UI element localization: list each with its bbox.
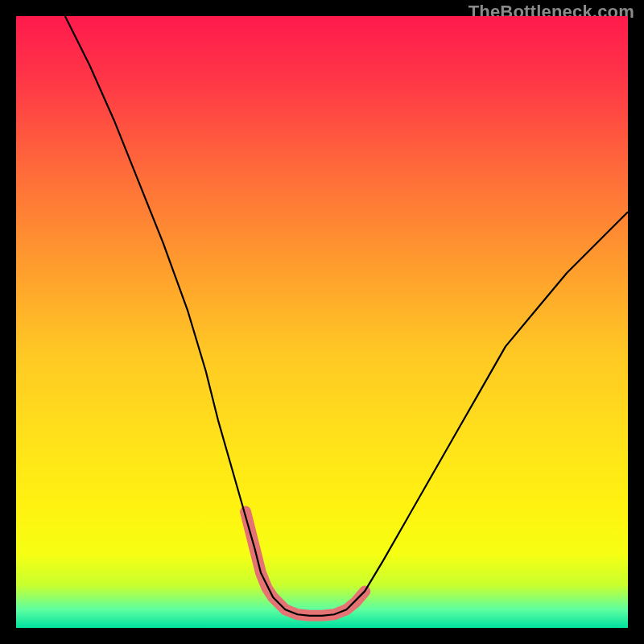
outer-frame: TheBottleneck.com: [0, 0, 644, 644]
chart-canvas: [16, 16, 628, 628]
